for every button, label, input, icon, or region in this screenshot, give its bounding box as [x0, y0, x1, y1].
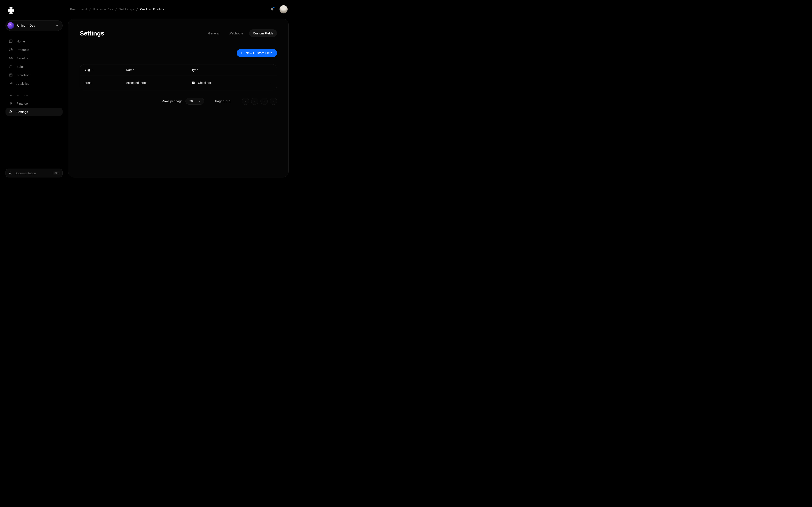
notification-dot: [273, 7, 275, 8]
svg-point-19: [270, 81, 270, 82]
column-label: Slug: [84, 68, 90, 72]
plus-icon: [240, 51, 243, 55]
svg-point-12: [11, 112, 12, 112]
button-label: New Custom Field: [246, 51, 272, 55]
breadcrumb-item[interactable]: Dashboard: [70, 8, 87, 11]
storefront-icon: [9, 73, 13, 77]
nav-item-analytics[interactable]: Analytics: [5, 79, 63, 88]
cell-slug: terms: [84, 81, 126, 84]
content-card: Settings General Webhooks Custom Fields …: [68, 18, 289, 177]
cube-icon: [9, 48, 13, 52]
svg-point-1: [9, 7, 12, 14]
column-name[interactable]: Name: [126, 68, 192, 72]
nav-label: Sales: [16, 65, 24, 68]
column-label: Type: [192, 68, 198, 72]
topbar: Dashboard / Unicorn Dev / Settings / Cus…: [68, 0, 289, 18]
type-label: Checkbox: [198, 81, 211, 84]
custom-fields-table: Slug Name Type terms Accepted terms: [80, 64, 277, 91]
settings-tabs: General Webhooks Custom Fields: [204, 30, 277, 37]
breadcrumb-sep: /: [136, 8, 138, 11]
svg-point-21: [270, 83, 270, 84]
pager: [242, 98, 277, 105]
trend-icon: [9, 81, 13, 86]
pagination: Rows per page 20 Page 1 of 1: [80, 98, 277, 105]
breadcrumb-sep: /: [115, 8, 117, 11]
svg-point-11: [10, 110, 11, 111]
column-slug[interactable]: Slug: [84, 68, 126, 72]
nav-item-benefits[interactable]: Benefits: [5, 54, 63, 62]
notifications-button[interactable]: [270, 7, 274, 11]
sliders-icon: [9, 110, 13, 114]
sort-asc-icon: [92, 69, 94, 71]
org-name: Unicorn Dev: [17, 24, 53, 27]
tab-custom-fields[interactable]: Custom Fields: [249, 30, 277, 37]
nav-item-settings[interactable]: Settings: [5, 108, 63, 116]
chevrons-left-icon: [244, 100, 247, 103]
nav-item-home[interactable]: Home: [5, 37, 63, 45]
nav-label: Analytics: [16, 82, 29, 86]
svg-point-14: [9, 172, 11, 174]
doc-search-kbd: ⌘K: [53, 171, 60, 175]
chevron-down-icon: [198, 100, 201, 103]
tab-general[interactable]: General: [204, 30, 223, 37]
column-type[interactable]: Type: [192, 68, 260, 72]
doc-search-label: Documentation: [14, 171, 50, 175]
bag-icon: [9, 65, 13, 68]
sidebar: Unicorn Dev Home Products Benefits: [0, 0, 68, 183]
nav-label: Settings: [16, 110, 28, 114]
pager-prev-button[interactable]: [251, 98, 258, 105]
tab-webhooks[interactable]: Webhooks: [225, 30, 248, 37]
breadcrumb-item[interactable]: Settings: [119, 8, 134, 11]
svg-point-2: [11, 7, 11, 14]
nav-section-heading: Organization: [5, 94, 63, 99]
documentation-search[interactable]: Documentation ⌘K: [5, 169, 63, 177]
nav-item-products[interactable]: Products: [5, 46, 63, 54]
cell-type: Checkbox: [192, 81, 260, 84]
nav-item-storefront[interactable]: Storefront: [5, 71, 63, 79]
user-avatar[interactable]: [280, 5, 288, 13]
rows-per-page-select[interactable]: 20: [186, 98, 204, 105]
table-row[interactable]: terms Accepted terms Checkbox: [80, 75, 277, 90]
nav-label: Benefits: [16, 56, 28, 60]
dollar-icon: [9, 101, 13, 105]
svg-line-15: [11, 173, 12, 174]
org-avatar: [7, 22, 14, 29]
svg-rect-18: [192, 81, 195, 84]
svg-point-20: [270, 82, 270, 83]
pager-first-button[interactable]: [242, 98, 249, 105]
svg-point-13: [10, 112, 10, 113]
nav-item-finance[interactable]: Finance: [5, 99, 63, 107]
checkbox-icon: [192, 81, 195, 84]
breadcrumb-item[interactable]: Unicorn Dev: [93, 8, 113, 11]
svg-point-0: [8, 7, 13, 14]
primary-nav: Home Products Benefits Sales: [5, 37, 63, 116]
breadcrumb-sep: /: [89, 8, 91, 11]
org-switcher[interactable]: Unicorn Dev: [5, 20, 63, 31]
nav-item-sales[interactable]: Sales: [5, 62, 63, 70]
page-info: Page 1 of 1: [215, 100, 231, 103]
pager-next-button[interactable]: [260, 98, 268, 105]
chevron-left-icon: [253, 100, 256, 103]
rows-per-page-label: Rows per page: [162, 100, 183, 103]
breadcrumb: Dashboard / Unicorn Dev / Settings / Cus…: [70, 8, 164, 11]
row-actions-button[interactable]: [267, 80, 273, 86]
nav-label: Home: [16, 40, 25, 43]
pager-last-button[interactable]: [270, 98, 277, 105]
layout-icon: [9, 39, 13, 43]
cell-name: Accepted terms: [126, 81, 192, 84]
page-title: Settings: [80, 30, 104, 37]
column-label: Name: [126, 68, 134, 72]
app-logo[interactable]: [5, 6, 63, 15]
breadcrumb-current: Custom Fields: [140, 8, 164, 11]
table-header: Slug Name Type: [80, 64, 277, 75]
nav-label: Products: [16, 48, 29, 52]
rows-per-page-value: 20: [190, 100, 193, 103]
new-custom-field-button[interactable]: New Custom Field: [237, 49, 277, 57]
nav-label: Storefront: [16, 73, 31, 77]
more-vertical-icon: [268, 81, 272, 84]
nav-label: Finance: [16, 102, 28, 105]
logo-icon: [8, 7, 14, 14]
infinity-icon: [9, 56, 13, 60]
chevron-right-icon: [263, 100, 266, 103]
search-icon: [9, 171, 12, 175]
